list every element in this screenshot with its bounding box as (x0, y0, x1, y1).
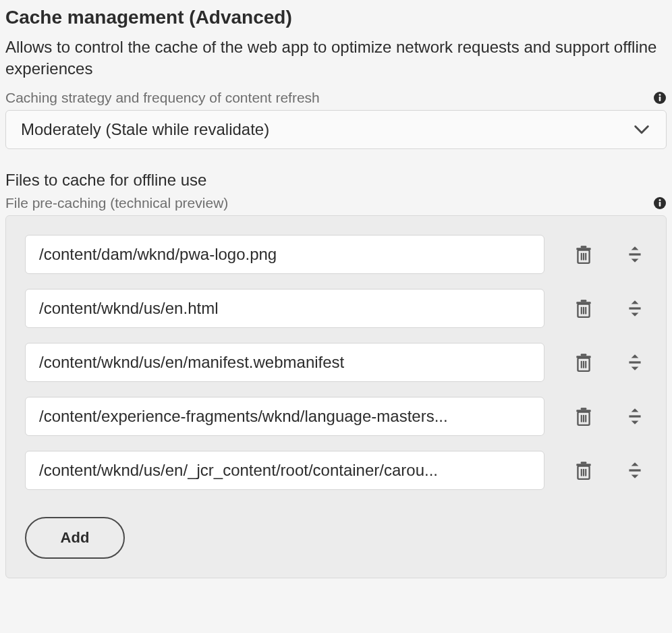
precache-file-input[interactable] (25, 289, 544, 328)
reorder-icon (625, 244, 645, 265)
reorder-button[interactable] (623, 404, 647, 429)
strategy-label-row: Caching strategy and frequency of conten… (5, 90, 667, 106)
precache-file-row (25, 235, 647, 274)
trash-icon (573, 460, 594, 480)
trash-icon (573, 244, 594, 265)
trash-icon (573, 406, 594, 426)
files-subtitle: Files to cache for offline use (5, 171, 667, 190)
info-icon[interactable] (653, 196, 667, 210)
precache-file-input[interactable] (25, 235, 544, 274)
strategy-selected-value: Moderately (Stale while revalidate) (21, 120, 269, 139)
precache-label: File pre-caching (technical preview) (5, 195, 228, 211)
precache-file-list: Add (5, 215, 667, 578)
section-description: Allows to control the cache of the web a… (5, 36, 667, 80)
delete-button[interactable] (571, 458, 596, 483)
strategy-select[interactable]: Moderately (Stale while revalidate) (5, 110, 667, 149)
reorder-icon (625, 352, 645, 373)
reorder-button[interactable] (623, 296, 647, 321)
delete-button[interactable] (571, 404, 596, 429)
delete-button[interactable] (571, 296, 596, 321)
trash-icon (573, 298, 594, 319)
cache-management-panel: Cache management (Advanced) Allows to co… (0, 0, 672, 584)
precache-file-input[interactable] (25, 397, 544, 436)
precache-file-row (25, 397, 647, 436)
precache-file-input[interactable] (25, 343, 544, 382)
precache-label-row: File pre-caching (technical preview) (5, 195, 667, 211)
reorder-icon (625, 406, 645, 426)
reorder-button[interactable] (623, 350, 647, 375)
reorder-button[interactable] (623, 242, 647, 267)
precache-file-row (25, 289, 647, 328)
delete-button[interactable] (571, 350, 596, 375)
delete-button[interactable] (571, 242, 596, 267)
reorder-icon (625, 460, 645, 480)
chevron-down-icon (632, 120, 651, 139)
precache-file-row (25, 451, 647, 490)
info-icon[interactable] (653, 91, 667, 105)
add-button[interactable]: Add (25, 517, 125, 559)
strategy-label: Caching strategy and frequency of conten… (5, 90, 320, 106)
trash-icon (573, 352, 594, 373)
reorder-icon (625, 298, 645, 319)
precache-file-row (25, 343, 647, 382)
section-title: Cache management (Advanced) (5, 7, 667, 28)
reorder-button[interactable] (623, 458, 647, 483)
precache-file-input[interactable] (25, 451, 544, 490)
